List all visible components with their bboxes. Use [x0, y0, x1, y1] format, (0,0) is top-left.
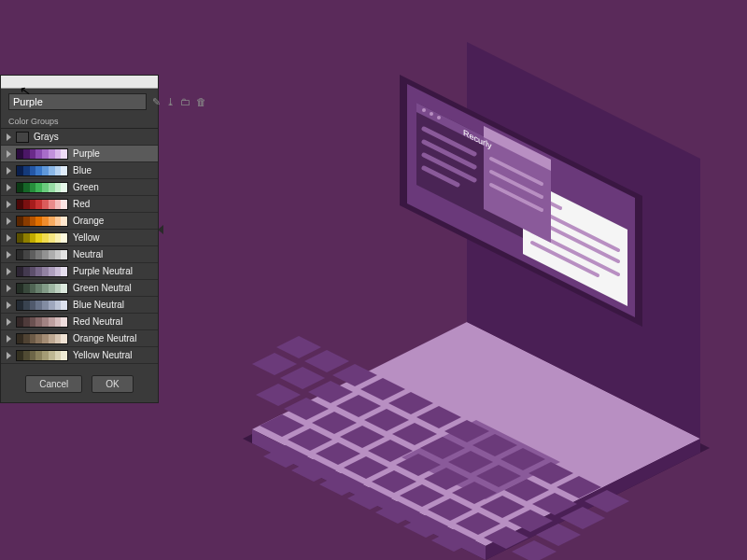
group-label: Yellow: [73, 232, 100, 243]
expand-icon[interactable]: [7, 234, 11, 242]
expand-icon[interactable]: [7, 268, 11, 275]
svg-marker-17: [252, 353, 297, 375]
group-label: Yellow Neutral: [73, 350, 133, 360]
group-label: Neutral: [73, 249, 103, 259]
color-group-row[interactable]: Purple Neutral: [1, 263, 158, 280]
expand-icon[interactable]: [7, 335, 11, 343]
folder-icon[interactable]: 🗀: [180, 96, 190, 107]
color-group-row[interactable]: Green: [1, 179, 158, 196]
color-group-row[interactable]: Red Neutral: [1, 314, 158, 330]
swatch-strip: [16, 350, 68, 361]
svg-marker-5: [276, 336, 321, 358]
color-group-row[interactable]: Purple: [1, 146, 158, 162]
svg-marker-29: [256, 384, 301, 406]
group-label: Green: [73, 182, 99, 192]
group-label: Blue: [73, 165, 92, 175]
cancel-button[interactable]: Cancel: [25, 375, 82, 393]
color-group-row[interactable]: Blue Neutral: [1, 297, 158, 314]
export-icon[interactable]: ⤓: [166, 96, 175, 107]
swatch: [16, 132, 29, 143]
color-group-row[interactable]: Orange: [1, 213, 158, 230]
expand-icon[interactable]: [7, 285, 11, 292]
svg-point-65: [437, 116, 441, 119]
panel-titlebar[interactable]: ↖: [1, 76, 158, 89]
expand-icon[interactable]: [7, 217, 11, 225]
color-group-row[interactable]: Red: [1, 196, 158, 213]
group-label: Orange: [73, 216, 104, 226]
expand-icon[interactable]: [7, 150, 11, 158]
expand-icon[interactable]: [7, 251, 11, 259]
swatch-strip: [16, 300, 68, 311]
cursor-icon: ↖: [19, 82, 33, 99]
swatch-strip: [16, 232, 68, 244]
svg-marker-18: [280, 367, 325, 389]
expand-icon[interactable]: [7, 133, 11, 141]
swatch-strip: [16, 333, 68, 344]
section-label: Color Groups: [1, 115, 158, 128]
swatch-strip: [16, 249, 68, 260]
ok-button[interactable]: OK: [92, 375, 133, 393]
expand-icon[interactable]: [7, 184, 11, 191]
color-group-row[interactable]: Yellow: [1, 230, 158, 246]
color-group-row[interactable]: Blue: [1, 162, 158, 179]
swatch-strip: [16, 283, 68, 294]
button-row: Cancel OK: [1, 364, 158, 402]
svg-point-63: [422, 108, 426, 112]
group-label: Red Neutral: [73, 316, 122, 327]
swatch-strip: [16, 148, 68, 160]
swatch-strip: [16, 316, 68, 328]
expand-icon[interactable]: [7, 201, 11, 208]
edit-icon[interactable]: ✎: [152, 96, 161, 107]
color-group-row[interactable]: Neutral: [1, 246, 158, 263]
swatch-strip: [16, 165, 68, 176]
group-label: Red: [73, 199, 90, 209]
expand-icon[interactable]: [7, 352, 11, 359]
group-label: Purple: [73, 148, 100, 159]
group-label: Grays: [34, 132, 59, 142]
delete-icon[interactable]: 🗑: [196, 96, 206, 107]
expand-icon[interactable]: [7, 318, 11, 326]
expand-icon[interactable]: [7, 301, 11, 309]
expand-icon[interactable]: [7, 167, 11, 175]
color-groups-panel: ↖ ✎ ⤓ 🗀 🗑 Color Groups GraysPurpleBlueGr…: [0, 75, 159, 403]
swatch-strip: [16, 182, 68, 193]
group-label: Green Neutral: [73, 283, 132, 293]
group-label: Purple Neutral: [73, 266, 133, 276]
color-group-row[interactable]: Grays: [1, 129, 158, 146]
svg-point-64: [430, 112, 433, 116]
color-group-row[interactable]: Yellow Neutral: [1, 347, 158, 364]
laptop-illustration: Recurly: [224, 37, 728, 560]
svg-marker-6: [304, 350, 349, 372]
color-group-row[interactable]: Orange Neutral: [1, 330, 158, 347]
color-group-row[interactable]: Green Neutral: [1, 280, 158, 297]
group-label: Blue Neutral: [73, 300, 124, 310]
group-label: Orange Neutral: [73, 333, 136, 343]
color-group-list: GraysPurpleBlueGreenRedOrangeYellowNeutr…: [1, 128, 158, 364]
swatch-strip: [16, 199, 68, 210]
swatch-strip: [16, 216, 68, 227]
swatch-strip: [16, 266, 68, 277]
flyout-arrow-icon[interactable]: [158, 225, 163, 234]
